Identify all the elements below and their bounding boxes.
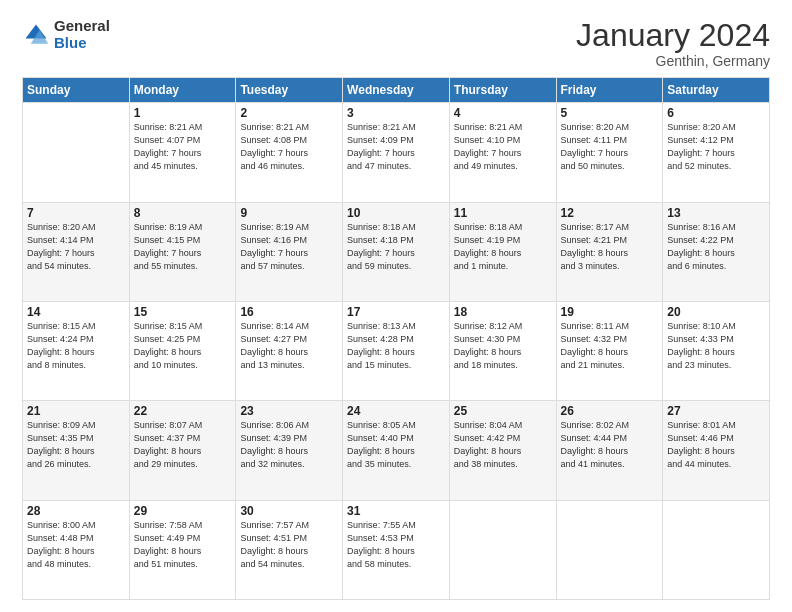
day-number: 31 (347, 504, 445, 518)
calendar-cell: 29Sunrise: 7:58 AM Sunset: 4:49 PM Dayli… (129, 500, 236, 599)
calendar-cell (663, 500, 770, 599)
day-info: Sunrise: 8:20 AM Sunset: 4:12 PM Dayligh… (667, 121, 765, 173)
day-number: 20 (667, 305, 765, 319)
calendar-cell: 13Sunrise: 8:16 AM Sunset: 4:22 PM Dayli… (663, 202, 770, 301)
day-number: 14 (27, 305, 125, 319)
day-number: 1 (134, 106, 232, 120)
day-number: 26 (561, 404, 659, 418)
week-row-4: 21Sunrise: 8:09 AM Sunset: 4:35 PM Dayli… (23, 401, 770, 500)
week-row-2: 7Sunrise: 8:20 AM Sunset: 4:14 PM Daylig… (23, 202, 770, 301)
day-number: 28 (27, 504, 125, 518)
header: General Blue January 2024 Genthin, Germa… (22, 18, 770, 69)
day-info: Sunrise: 8:07 AM Sunset: 4:37 PM Dayligh… (134, 419, 232, 471)
day-number: 8 (134, 206, 232, 220)
calendar-cell: 26Sunrise: 8:02 AM Sunset: 4:44 PM Dayli… (556, 401, 663, 500)
day-number: 4 (454, 106, 552, 120)
calendar-cell: 11Sunrise: 8:18 AM Sunset: 4:19 PM Dayli… (449, 202, 556, 301)
calendar-cell: 15Sunrise: 8:15 AM Sunset: 4:25 PM Dayli… (129, 301, 236, 400)
calendar-cell: 18Sunrise: 8:12 AM Sunset: 4:30 PM Dayli… (449, 301, 556, 400)
month-title: January 2024 (576, 18, 770, 53)
day-number: 3 (347, 106, 445, 120)
logo-icon (22, 21, 50, 49)
day-header-sunday: Sunday (23, 78, 130, 103)
calendar-cell: 1Sunrise: 8:21 AM Sunset: 4:07 PM Daylig… (129, 103, 236, 202)
day-info: Sunrise: 8:01 AM Sunset: 4:46 PM Dayligh… (667, 419, 765, 471)
day-number: 21 (27, 404, 125, 418)
calendar-cell: 25Sunrise: 8:04 AM Sunset: 4:42 PM Dayli… (449, 401, 556, 500)
day-number: 10 (347, 206, 445, 220)
day-number: 18 (454, 305, 552, 319)
calendar-cell: 27Sunrise: 8:01 AM Sunset: 4:46 PM Dayli… (663, 401, 770, 500)
day-info: Sunrise: 8:15 AM Sunset: 4:25 PM Dayligh… (134, 320, 232, 372)
day-info: Sunrise: 8:09 AM Sunset: 4:35 PM Dayligh… (27, 419, 125, 471)
day-info: Sunrise: 7:58 AM Sunset: 4:49 PM Dayligh… (134, 519, 232, 571)
day-info: Sunrise: 8:21 AM Sunset: 4:09 PM Dayligh… (347, 121, 445, 173)
calendar-cell: 20Sunrise: 8:10 AM Sunset: 4:33 PM Dayli… (663, 301, 770, 400)
day-number: 11 (454, 206, 552, 220)
day-info: Sunrise: 8:02 AM Sunset: 4:44 PM Dayligh… (561, 419, 659, 471)
day-info: Sunrise: 8:17 AM Sunset: 4:21 PM Dayligh… (561, 221, 659, 273)
calendar-table: SundayMondayTuesdayWednesdayThursdayFrid… (22, 77, 770, 600)
header-row: SundayMondayTuesdayWednesdayThursdayFrid… (23, 78, 770, 103)
day-info: Sunrise: 8:19 AM Sunset: 4:15 PM Dayligh… (134, 221, 232, 273)
day-info: Sunrise: 8:05 AM Sunset: 4:40 PM Dayligh… (347, 419, 445, 471)
calendar-cell: 24Sunrise: 8:05 AM Sunset: 4:40 PM Dayli… (343, 401, 450, 500)
week-row-1: 1Sunrise: 8:21 AM Sunset: 4:07 PM Daylig… (23, 103, 770, 202)
day-info: Sunrise: 8:11 AM Sunset: 4:32 PM Dayligh… (561, 320, 659, 372)
day-info: Sunrise: 8:20 AM Sunset: 4:14 PM Dayligh… (27, 221, 125, 273)
calendar-cell: 17Sunrise: 8:13 AM Sunset: 4:28 PM Dayli… (343, 301, 450, 400)
day-info: Sunrise: 8:00 AM Sunset: 4:48 PM Dayligh… (27, 519, 125, 571)
calendar-cell: 8Sunrise: 8:19 AM Sunset: 4:15 PM Daylig… (129, 202, 236, 301)
title-area: January 2024 Genthin, Germany (576, 18, 770, 69)
calendar-cell (556, 500, 663, 599)
calendar-cell: 6Sunrise: 8:20 AM Sunset: 4:12 PM Daylig… (663, 103, 770, 202)
calendar-cell: 23Sunrise: 8:06 AM Sunset: 4:39 PM Dayli… (236, 401, 343, 500)
day-header-saturday: Saturday (663, 78, 770, 103)
day-number: 25 (454, 404, 552, 418)
calendar-cell: 5Sunrise: 8:20 AM Sunset: 4:11 PM Daylig… (556, 103, 663, 202)
calendar-cell: 10Sunrise: 8:18 AM Sunset: 4:18 PM Dayli… (343, 202, 450, 301)
day-info: Sunrise: 8:19 AM Sunset: 4:16 PM Dayligh… (240, 221, 338, 273)
day-number: 2 (240, 106, 338, 120)
day-header-monday: Monday (129, 78, 236, 103)
calendar-cell: 3Sunrise: 8:21 AM Sunset: 4:09 PM Daylig… (343, 103, 450, 202)
day-info: Sunrise: 8:10 AM Sunset: 4:33 PM Dayligh… (667, 320, 765, 372)
calendar-cell: 7Sunrise: 8:20 AM Sunset: 4:14 PM Daylig… (23, 202, 130, 301)
logo-text: General Blue (54, 18, 110, 51)
day-number: 5 (561, 106, 659, 120)
day-info: Sunrise: 8:18 AM Sunset: 4:19 PM Dayligh… (454, 221, 552, 273)
day-info: Sunrise: 8:16 AM Sunset: 4:22 PM Dayligh… (667, 221, 765, 273)
day-info: Sunrise: 8:20 AM Sunset: 4:11 PM Dayligh… (561, 121, 659, 173)
calendar-cell: 12Sunrise: 8:17 AM Sunset: 4:21 PM Dayli… (556, 202, 663, 301)
day-number: 15 (134, 305, 232, 319)
calendar-cell: 16Sunrise: 8:14 AM Sunset: 4:27 PM Dayli… (236, 301, 343, 400)
day-number: 6 (667, 106, 765, 120)
day-header-wednesday: Wednesday (343, 78, 450, 103)
day-number: 9 (240, 206, 338, 220)
logo: General Blue (22, 18, 110, 51)
calendar-cell: 30Sunrise: 7:57 AM Sunset: 4:51 PM Dayli… (236, 500, 343, 599)
logo-general: General (54, 18, 110, 35)
day-number: 27 (667, 404, 765, 418)
day-info: Sunrise: 8:21 AM Sunset: 4:10 PM Dayligh… (454, 121, 552, 173)
day-info: Sunrise: 7:57 AM Sunset: 4:51 PM Dayligh… (240, 519, 338, 571)
day-number: 7 (27, 206, 125, 220)
week-row-5: 28Sunrise: 8:00 AM Sunset: 4:48 PM Dayli… (23, 500, 770, 599)
day-number: 29 (134, 504, 232, 518)
day-info: Sunrise: 8:21 AM Sunset: 4:07 PM Dayligh… (134, 121, 232, 173)
calendar-body: 1Sunrise: 8:21 AM Sunset: 4:07 PM Daylig… (23, 103, 770, 600)
calendar-cell (23, 103, 130, 202)
day-info: Sunrise: 7:55 AM Sunset: 4:53 PM Dayligh… (347, 519, 445, 571)
day-number: 13 (667, 206, 765, 220)
calendar-cell: 22Sunrise: 8:07 AM Sunset: 4:37 PM Dayli… (129, 401, 236, 500)
calendar-cell: 28Sunrise: 8:00 AM Sunset: 4:48 PM Dayli… (23, 500, 130, 599)
logo-blue: Blue (54, 35, 110, 52)
day-info: Sunrise: 8:18 AM Sunset: 4:18 PM Dayligh… (347, 221, 445, 273)
calendar-cell: 14Sunrise: 8:15 AM Sunset: 4:24 PM Dayli… (23, 301, 130, 400)
calendar-cell: 9Sunrise: 8:19 AM Sunset: 4:16 PM Daylig… (236, 202, 343, 301)
day-number: 30 (240, 504, 338, 518)
day-number: 19 (561, 305, 659, 319)
day-header-tuesday: Tuesday (236, 78, 343, 103)
calendar-cell: 19Sunrise: 8:11 AM Sunset: 4:32 PM Dayli… (556, 301, 663, 400)
day-header-friday: Friday (556, 78, 663, 103)
